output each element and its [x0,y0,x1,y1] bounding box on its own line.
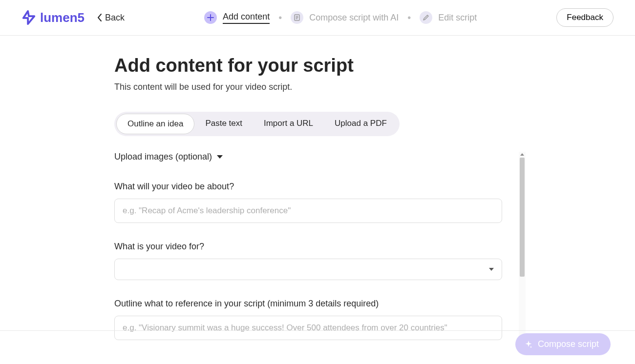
tab-import-url[interactable]: Import a URL [253,114,324,134]
form-scroll-region[interactable]: Upload images (optional) What will your … [114,152,520,342]
document-icon [291,11,303,24]
brand-logo-icon [21,10,36,25]
upload-images-label: Upload images (optional) [114,152,212,162]
scroll-up-arrow-icon [520,153,524,156]
outline-input[interactable] [114,316,502,340]
video-for-label: What is your video for? [114,242,513,252]
back-button[interactable]: Back [97,13,125,23]
tab-upload-pdf[interactable]: Upload a PDF [324,114,398,134]
plus-icon [204,11,217,24]
tab-paste-text[interactable]: Paste text [194,114,253,134]
header: lumen5 Back Add content • Compose script… [0,0,635,36]
scrollbar-thumb[interactable] [520,158,525,277]
step-label: Compose script with AI [309,13,399,23]
step-separator: • [407,12,411,23]
step-compose-ai[interactable]: Compose script with AI [291,11,399,24]
brand-logo[interactable]: lumen5 [21,10,85,25]
step-edit-script[interactable]: Edit script [420,11,477,24]
step-label: Add content [223,12,270,24]
outline-label: Outline what to reference in your script… [114,299,513,309]
back-label: Back [105,13,125,23]
upload-images-toggle[interactable]: Upload images (optional) [114,152,513,162]
step-separator: • [278,12,282,23]
step-add-content[interactable]: Add content [204,11,270,24]
form-area: Upload images (optional) What will your … [114,152,520,342]
compose-script-label: Compose script [538,339,599,349]
chevron-down-icon [489,268,494,271]
sparkle-icon [524,340,533,349]
page-subtitle: This content will be used for your video… [114,82,635,92]
chevron-left-icon [97,14,102,21]
tab-outline-idea[interactable]: Outline an idea [116,114,194,134]
page-title: Add content for your script [114,55,635,76]
footer-divider [0,330,635,331]
caret-down-icon [217,155,223,159]
brand-name: lumen5 [40,10,85,25]
compose-script-button[interactable]: Compose script [515,333,611,355]
step-label: Edit script [438,13,477,23]
content-mode-tabs: Outline an idea Paste text Import a URL … [114,112,400,136]
video-for-select[interactable] [114,259,502,280]
video-about-label: What will your video be about? [114,182,513,192]
feedback-button[interactable]: Feedback [556,8,614,27]
progress-steps: Add content • Compose script with AI • E… [125,11,556,24]
video-about-input[interactable] [114,199,502,223]
scrollbar[interactable] [519,152,526,342]
main-content: Add content for your script This content… [0,36,635,342]
pencil-icon [420,11,432,24]
